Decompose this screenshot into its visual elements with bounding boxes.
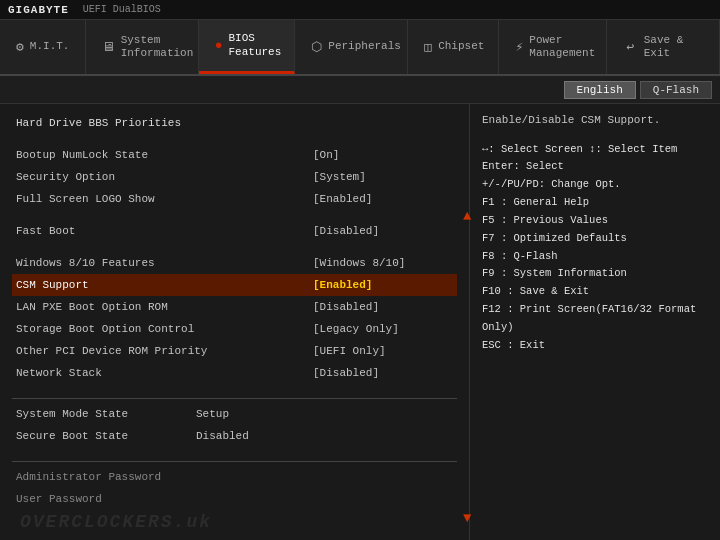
shortcut-f1: F1 : General Help xyxy=(482,194,708,212)
right-panel: Enable/Disable CSM Support. ↔: Select Sc… xyxy=(470,104,720,540)
sysinfo-icon: 🖥 xyxy=(102,38,115,56)
numlock-row[interactable]: Bootup NumLock State [On] xyxy=(12,144,457,166)
system-mode-label: System Mode State xyxy=(16,408,196,420)
nav-sysinfo[interactable]: 🖥 SystemInformation xyxy=(86,20,199,74)
system-mode-row: System Mode State Setup xyxy=(12,403,457,425)
gap1 xyxy=(12,134,457,144)
mit-icon: ⚙ xyxy=(16,38,24,56)
pci-rom-label: Other PCI Device ROM Priority xyxy=(16,345,313,357)
pci-rom-value: [UEFI Only] xyxy=(313,345,453,357)
user-password-label: User Password xyxy=(16,493,102,505)
admin-password-label: Administrator Password xyxy=(16,471,161,483)
nav-power[interactable]: ⚡ PowerManagement xyxy=(499,20,607,74)
shortcut-arrows: ↔: Select Screen ↕: Select Item xyxy=(482,143,677,155)
brand-logo: GIGABYTE xyxy=(8,4,69,16)
hard-drive-bbs-label[interactable]: Hard Drive BBS Priorities xyxy=(16,117,453,129)
csm-support-row[interactable]: CSM Support [Enabled] xyxy=(12,274,457,296)
fast-boot-value: [Disabled] xyxy=(313,225,453,237)
nav-save[interactable]: ↩ Save & Exit xyxy=(607,20,720,74)
help-text: Enable/Disable CSM Support. xyxy=(482,112,708,129)
network-stack-value: [Disabled] xyxy=(313,367,453,379)
power-icon: ⚡ xyxy=(515,38,523,56)
network-stack-row[interactable]: Network Stack [Disabled] xyxy=(12,362,457,384)
storage-boot-row[interactable]: Storage Boot Option Control [Legacy Only… xyxy=(12,318,457,340)
scroll-up-indicator: ▲ xyxy=(463,208,471,224)
bios-icon: ● xyxy=(215,37,223,55)
nav-bar: ⚙ M.I.T. 🖥 SystemInformation ● BIOSFeatu… xyxy=(0,20,720,76)
storage-boot-label: Storage Boot Option Control xyxy=(16,323,313,335)
secure-boot-row: Secure Boot State Disabled xyxy=(12,425,457,447)
scroll-down-indicator: ▼ xyxy=(463,510,471,526)
shortcut-f7: F7 : Optimized Defaults xyxy=(482,230,708,248)
shortcut-f10: F10 : Save & Exit xyxy=(482,283,708,301)
numlock-label: Bootup NumLock State xyxy=(16,149,313,161)
numlock-value: [On] xyxy=(313,149,453,161)
nav-peripherals[interactable]: ⬡ Peripherals xyxy=(295,20,408,74)
csm-support-value: [Enabled] xyxy=(313,279,453,291)
shortcut-esc: ESC : Exit xyxy=(482,337,708,355)
shortcut-f9: F9 : System Information xyxy=(482,265,708,283)
security-option-label: Security Option xyxy=(16,171,313,183)
logo-show-label: Full Screen LOGO Show xyxy=(16,193,313,205)
chipset-icon: ◫ xyxy=(424,38,432,56)
nav-power-label: PowerManagement xyxy=(529,34,595,60)
security-option-value: [System] xyxy=(313,171,453,183)
top-bar: GIGABYTE UEFI DualBIOS xyxy=(0,0,720,20)
pci-rom-row[interactable]: Other PCI Device ROM Priority [UEFI Only… xyxy=(12,340,457,362)
peripherals-icon: ⬡ xyxy=(311,38,322,56)
shortcut-nav: ↔: Select Screen ↕: Select Item xyxy=(482,141,708,159)
lan-pxe-value: [Disabled] xyxy=(313,301,453,313)
nav-sysinfo-label: SystemInformation xyxy=(121,34,194,60)
lang-bar: English Q-Flash xyxy=(0,76,720,104)
gap4 xyxy=(12,384,457,394)
shortcut-change: +/-/PU/PD: Change Opt. xyxy=(482,176,708,194)
nav-chipset[interactable]: ◫ Chipset xyxy=(408,20,499,74)
nav-bios-label: BIOSFeatures xyxy=(229,32,282,58)
english-button[interactable]: English xyxy=(564,81,636,99)
hard-drive-bbs-row[interactable]: Hard Drive BBS Priorities xyxy=(12,112,457,134)
secure-boot-value: Disabled xyxy=(196,430,249,442)
nav-chipset-label: Chipset xyxy=(438,40,484,53)
main-content: ▲ Hard Drive BBS Priorities Bootup NumLo… xyxy=(0,104,720,540)
shortcut-enter: Enter: Select xyxy=(482,158,708,176)
system-mode-value: Setup xyxy=(196,408,229,420)
win810-value: [Windows 8/10] xyxy=(313,257,453,269)
divider1 xyxy=(12,398,457,399)
nav-save-label: Save & Exit xyxy=(644,34,703,60)
logo-show-row[interactable]: Full Screen LOGO Show [Enabled] xyxy=(12,188,457,210)
gap5 xyxy=(12,447,457,457)
admin-password-row[interactable]: Administrator Password xyxy=(12,466,457,488)
divider2 xyxy=(12,461,457,462)
shortcut-f8: F8 : Q-Flash xyxy=(482,248,708,266)
gap2 xyxy=(12,210,457,220)
network-stack-label: Network Stack xyxy=(16,367,313,379)
shortcuts: ↔: Select Screen ↕: Select Item Enter: S… xyxy=(482,141,708,355)
secure-boot-label: Secure Boot State xyxy=(16,430,196,442)
user-password-row[interactable]: User Password xyxy=(12,488,457,510)
security-option-row[interactable]: Security Option [System] xyxy=(12,166,457,188)
lan-pxe-label: LAN PXE Boot Option ROM xyxy=(16,301,313,313)
qflash-button[interactable]: Q-Flash xyxy=(640,81,712,99)
nav-mit-label: M.I.T. xyxy=(30,40,70,53)
watermark: OVERCLOCKERS.uk xyxy=(20,512,212,532)
shortcut-f5: F5 : Previous Values xyxy=(482,212,708,230)
save-icon: ↩ xyxy=(623,38,638,56)
fast-boot-label: Fast Boot xyxy=(16,225,313,237)
win810-row[interactable]: Windows 8/10 Features [Windows 8/10] xyxy=(12,252,457,274)
gap3 xyxy=(12,242,457,252)
logo-show-value: [Enabled] xyxy=(313,193,453,205)
win810-label: Windows 8/10 Features xyxy=(16,257,313,269)
left-panel: Hard Drive BBS Priorities Bootup NumLock… xyxy=(0,104,470,540)
csm-support-label: CSM Support xyxy=(16,279,313,291)
nav-mit[interactable]: ⚙ M.I.T. xyxy=(0,20,86,74)
dualbios-label: UEFI DualBIOS xyxy=(83,4,161,15)
lan-pxe-row[interactable]: LAN PXE Boot Option ROM [Disabled] xyxy=(12,296,457,318)
nav-peripherals-label: Peripherals xyxy=(328,40,401,53)
shortcut-f12: F12 : Print Screen(FAT16/32 Format Only) xyxy=(482,301,708,337)
fast-boot-row[interactable]: Fast Boot [Disabled] xyxy=(12,220,457,242)
nav-bios[interactable]: ● BIOSFeatures xyxy=(199,20,296,74)
storage-boot-value: [Legacy Only] xyxy=(313,323,453,335)
